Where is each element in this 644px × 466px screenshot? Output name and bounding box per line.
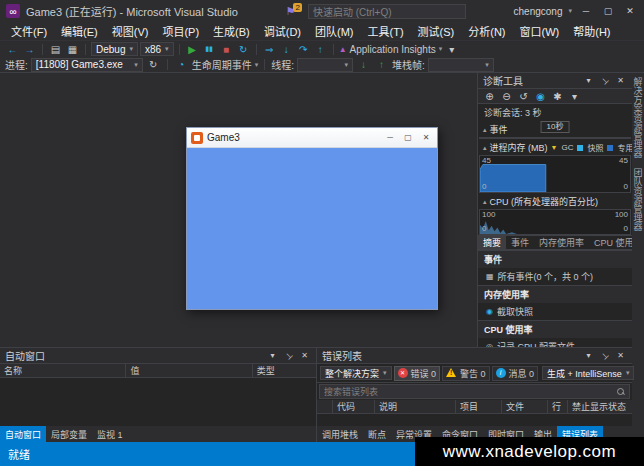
user-menu-chevron-icon[interactable]: ▾ [569,7,573,15]
menu-debug[interactable]: 调试(D) [257,23,308,39]
column-type[interactable]: 类型 [253,364,316,377]
menu-view[interactable]: 视图(V) [105,23,156,39]
tab-cpu-usage[interactable]: CPU 使用率 [589,236,632,249]
tab-summary[interactable]: 摘要 [478,236,506,249]
zoom-in-icon[interactable]: ⊕ [482,89,497,103]
tools-chevron-icon[interactable]: ▾ [567,89,582,103]
errors-filter-button[interactable]: ✕ 错误 0 [394,366,441,381]
menu-edit[interactable]: 编辑(E) [54,23,105,39]
step-out-icon[interactable]: ↑ [313,42,328,56]
reset-view-icon[interactable]: ↺ [516,89,531,103]
close-icon[interactable]: ✕ [614,76,627,85]
pin-icon[interactable]: ⊤ [598,351,611,360]
navigate-back-icon[interactable]: ← [5,42,20,56]
quick-launch-input[interactable]: 快速启动 (Ctrl+Q) [308,4,466,19]
menu-analyze[interactable]: 分析(N) [461,23,512,39]
stack-frame-dropdown[interactable]: ▾ [428,58,494,72]
column-description[interactable]: 说明 [375,400,456,413]
column-value[interactable]: 值 [126,364,252,377]
game-minimize-button[interactable]: ─ [383,133,397,142]
stop-button[interactable]: ■ [219,42,234,56]
show-next-statement-icon[interactable]: ⇒ [262,42,277,56]
sidebar-tab-solution-explorer[interactable]: 解决方案资源管理器 [632,77,644,158]
window-maximize-button[interactable]: ▢ [600,6,616,16]
tab-call-stack[interactable]: 调用堆栈 [317,426,363,442]
chevron-down-icon[interactable]: ▾ [582,351,595,360]
chevron-down-icon[interactable]: ▾ [266,351,279,360]
menu-build[interactable]: 生成(B) [206,23,257,39]
game-close-button[interactable]: ✕ [419,133,433,142]
chevron-down-icon[interactable]: ▾ [582,76,595,85]
tab-locals[interactable]: 局部变量 [46,426,92,442]
cpu-chart[interactable]: 100 0 100 0 [479,209,631,235]
tab-breakpoints[interactable]: 断点 [363,426,391,442]
step-into-icon[interactable]: ↓ [279,42,294,56]
notifications-button[interactable]: ⚑ 2 [286,5,302,18]
restart-button[interactable]: ↻ [236,42,251,56]
column-suppression-state[interactable]: 禁止显示状态 [568,400,632,413]
tab-memory-usage[interactable]: 内存使用率 [534,236,589,249]
column-severity[interactable] [317,400,333,413]
column-line[interactable]: 行 [548,400,568,413]
window-minimize-button[interactable]: ─ [578,6,594,16]
step-over-icon[interactable]: ↷ [296,42,311,56]
game-viewport[interactable] [187,148,437,309]
tab-watch-1[interactable]: 监视 1 [92,426,128,442]
continue-button[interactable]: ▶ [185,42,200,56]
thread-up-icon[interactable]: ↑ [374,58,389,72]
column-file[interactable]: 文件 [502,400,548,413]
game-maximize-button[interactable]: ▢ [401,133,415,142]
column-project[interactable]: 项目 [456,400,502,413]
configuration-dropdown[interactable]: Debug ▾ [91,42,138,56]
thread-down-icon[interactable]: ↓ [356,58,371,72]
close-icon[interactable]: ✕ [614,351,627,360]
platform-dropdown[interactable]: x86 ▾ [140,42,174,56]
user-name[interactable]: chengcong [514,6,563,17]
error-list-body[interactable] [317,414,632,426]
column-code[interactable]: 代码 [333,400,375,413]
menu-team[interactable]: 团队(M) [308,23,361,39]
menu-window[interactable]: 窗口(W) [513,23,567,39]
error-list-header[interactable]: 错误列表 ▾ ⊤ ✕ [317,348,632,364]
cpu-section-header[interactable]: ▴ CPU (所有处理器的百分比) [478,193,632,209]
take-snapshot-action[interactable]: ◉ 截取快照 [478,303,632,320]
game-window-titlebar[interactable]: Game3 ─ ▢ ✕ [187,128,437,148]
autos-header[interactable]: 自动窗口 ▾ ⊤ ✕ [0,348,316,364]
sidebar-tab-team-explorer[interactable]: 团队资源管理器 [632,168,644,231]
memory-chart[interactable]: 45 0 45 0 [479,155,631,193]
all-events-row[interactable]: ▦ 所有事件(0 个，共 0 个) [478,268,632,285]
window-close-button[interactable]: ✕ [622,6,638,16]
record-cpu-profile-action[interactable]: ◎ 记录 CPU 配置文件 [478,338,632,347]
process-dropdown[interactable]: [11808] Game3.exe ▾ [31,58,143,72]
pin-icon[interactable]: ⊤ [282,351,295,360]
menu-file[interactable]: 文件(F) [4,23,54,39]
settings-icon[interactable]: ✱ [550,89,565,103]
diagnostic-tools-header[interactable]: 诊断工具 ▾ ⊤ ✕ [478,73,632,89]
tab-events[interactable]: 事件 [506,236,534,249]
toolbar-options-icon[interactable]: ▾ [444,42,459,56]
menu-test[interactable]: 测试(S) [411,23,462,39]
zoom-out-icon[interactable]: ⊖ [499,89,514,103]
menu-help[interactable]: 帮助(H) [566,23,617,39]
messages-filter-button[interactable]: i 消息 0 [492,366,539,381]
pin-icon[interactable]: ⊤ [598,76,611,85]
title-bar[interactable]: ∞ Game3 (正在运行) - Microsoft Visual Studio… [0,0,644,22]
refresh-process-icon[interactable]: ↻ [146,58,161,72]
column-name[interactable]: 名称 [0,364,126,377]
warnings-filter-button[interactable]: ! 警告 0 [442,366,490,381]
error-search-box[interactable]: 搜索错误列表 [319,384,630,399]
navigate-forward-icon[interactable]: → [22,42,37,56]
pause-button[interactable]: ▮▮ [202,42,217,56]
memory-section-header[interactable]: ▴ 进程内存 (MB) ▼ GC 快照 专用字节 [478,139,632,155]
application-insights-button[interactable]: ▲ Application Insights ▾ [339,44,443,55]
lifecycle-events-button[interactable]: ◔ 生命周期事件 ▾ [174,57,259,72]
new-file-icon[interactable]: ▤ [48,42,63,56]
thread-dropdown[interactable]: ▾ [297,58,353,72]
menu-project[interactable]: 项目(P) [155,23,206,39]
close-icon[interactable]: ✕ [298,351,311,360]
camera-icon[interactable]: ◉ [533,89,548,103]
events-track[interactable] [479,137,631,139]
tab-autos[interactable]: 自动窗口 [0,426,46,442]
save-all-icon[interactable]: ▦ [65,42,80,56]
autos-grid-body[interactable] [0,378,316,426]
